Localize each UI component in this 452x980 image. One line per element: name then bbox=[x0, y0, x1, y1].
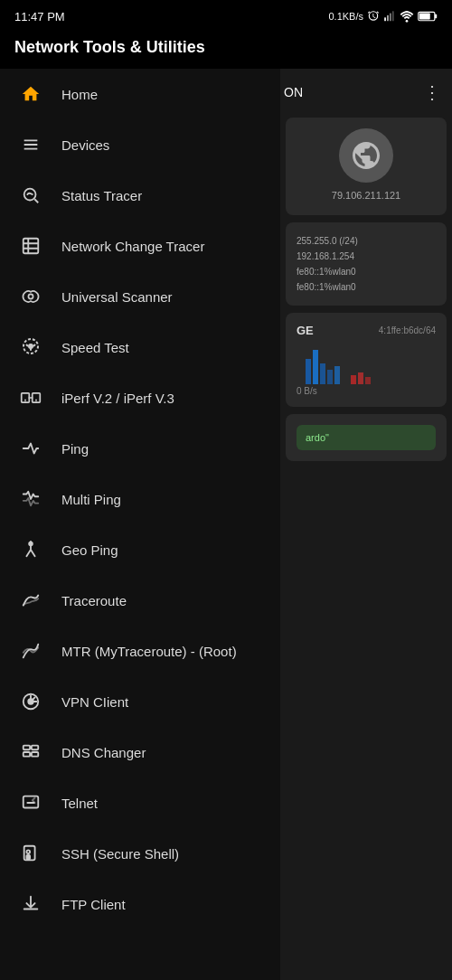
sidebar-label-speed-test: Speed Test bbox=[61, 340, 129, 355]
hostname-value: ardo" bbox=[306, 432, 329, 443]
svg-rect-19 bbox=[32, 752, 38, 757]
traceroute-icon bbox=[18, 588, 43, 613]
navigation-drawer: Home Devices Status Tracer bbox=[0, 69, 280, 980]
sidebar-item-ping[interactable]: Ping bbox=[0, 423, 280, 474]
ip-info-card: 79.106.211.121 bbox=[286, 118, 447, 215]
svg-rect-16 bbox=[24, 746, 30, 750]
sidebar-item-telnet[interactable]: Telnet bbox=[0, 777, 280, 828]
sidebar-label-geo-ping: Geo Ping bbox=[61, 542, 118, 558]
sidebar-item-network-change-tracer[interactable]: Network Change Tracer bbox=[0, 221, 280, 271]
subnet-mask: 255.255.0 (/24) bbox=[297, 233, 436, 249]
speed-chart bbox=[297, 341, 436, 386]
svg-rect-26 bbox=[320, 363, 325, 384]
network-speed: 0.1KB/s bbox=[328, 11, 363, 22]
sidebar-label-devices: Devices bbox=[61, 137, 109, 153]
sidebar-label-dns-changer: DNS Changer bbox=[61, 745, 146, 760]
sidebar-item-multi-ping[interactable]: Multi Ping bbox=[0, 474, 280, 524]
ssh-icon bbox=[18, 841, 43, 866]
more-options-button[interactable]: ⋮ bbox=[419, 78, 445, 107]
app-title: Network Tools & Utilities bbox=[14, 38, 205, 57]
svg-rect-0 bbox=[384, 17, 386, 21]
telnet-icon bbox=[18, 790, 43, 815]
status-time: 11:47 PM bbox=[14, 10, 65, 24]
sidebar-item-vpn-client[interactable]: VPN CIient bbox=[0, 676, 280, 727]
svg-rect-29 bbox=[351, 375, 356, 384]
ipv6-1: fe80::1%wlan0 bbox=[297, 264, 436, 279]
battery-icon bbox=[418, 11, 438, 22]
sidebar-label-iperf: iPerf V.2 / iPerf V.3 bbox=[61, 391, 174, 406]
connection-type-card: GE 4:1ffe:b6dc/64 0 B/s bbox=[286, 313, 447, 407]
content-header-label: ON bbox=[284, 85, 303, 99]
svg-point-4 bbox=[406, 20, 409, 23]
globe-icon bbox=[339, 128, 393, 183]
sidebar-label-network-change-tracer: Network Change Tracer bbox=[61, 239, 204, 254]
sidebar-item-ssh[interactable]: SSH (Secure Shell) bbox=[0, 828, 280, 879]
svg-rect-9 bbox=[24, 239, 39, 254]
devices-icon bbox=[18, 132, 43, 157]
svg-point-11 bbox=[29, 344, 33, 348]
sidebar-item-home[interactable]: Home bbox=[0, 69, 280, 119]
iperf-icon bbox=[18, 385, 43, 410]
svg-point-8 bbox=[24, 189, 36, 201]
ftp-client-icon bbox=[18, 891, 43, 917]
svg-rect-3 bbox=[392, 11, 394, 21]
speed-display: 0 B/s bbox=[297, 386, 436, 396]
ping-icon bbox=[18, 436, 43, 461]
sidebar-label-home: Home bbox=[61, 87, 98, 102]
home-icon bbox=[18, 81, 43, 107]
sidebar-label-status-tracer: Status Tracer bbox=[61, 188, 142, 203]
universal-scanner-icon bbox=[18, 284, 43, 309]
svg-point-14 bbox=[29, 542, 33, 546]
status-bar: 11:47 PM 0.1KB/s bbox=[0, 0, 452, 29]
multi-ping-icon bbox=[18, 486, 43, 512]
svg-point-23 bbox=[26, 850, 30, 853]
speed-chart-svg bbox=[297, 341, 414, 384]
sidebar-label-ping: Ping bbox=[61, 441, 89, 457]
sidebar-item-devices[interactable]: Devices bbox=[0, 119, 280, 170]
sidebar-label-ssh: SSH (Secure Shell) bbox=[61, 846, 179, 862]
sidebar-item-geo-ping[interactable]: Geo Ping bbox=[0, 524, 280, 575]
sidebar-item-mtr[interactable]: MTR (MyTraceroute) - (Root) bbox=[0, 626, 280, 676]
svg-rect-13 bbox=[33, 393, 41, 402]
ipv6-2: fe80::1%wlan0 bbox=[297, 279, 436, 295]
svg-rect-2 bbox=[390, 14, 391, 22]
sidebar-item-ftp-client[interactable]: FTP Client bbox=[0, 879, 280, 929]
ip-address: 79.106.211.121 bbox=[297, 188, 436, 204]
signal-icon bbox=[383, 10, 396, 23]
main-layout: Home Devices Status Tracer bbox=[0, 69, 452, 980]
sidebar-label-telnet: Telnet bbox=[61, 796, 98, 811]
ipv6-3: 4:1ffe:b6dc/64 bbox=[379, 325, 436, 335]
sidebar-label-vpn-client: VPN CIient bbox=[61, 694, 128, 710]
svg-rect-30 bbox=[358, 372, 363, 384]
sidebar-label-traceroute: Traceroute bbox=[61, 593, 127, 608]
sidebar-item-traceroute[interactable]: Traceroute bbox=[0, 575, 280, 626]
svg-rect-17 bbox=[24, 752, 30, 757]
svg-rect-25 bbox=[313, 350, 318, 384]
app-header: Network Tools & Utilities bbox=[0, 29, 452, 69]
sidebar-item-iperf[interactable]: iPerf V.2 / iPerf V.3 bbox=[0, 372, 280, 423]
svg-rect-6 bbox=[435, 14, 437, 19]
svg-rect-1 bbox=[387, 15, 389, 21]
sidebar-item-speed-test[interactable]: Speed Test bbox=[0, 322, 280, 372]
connection-type: GE bbox=[297, 324, 314, 337]
hostname-card: ardo" bbox=[286, 414, 447, 461]
status-icons: 0.1KB/s bbox=[328, 10, 438, 23]
svg-rect-28 bbox=[334, 366, 340, 384]
sidebar-label-multi-ping: Multi Ping bbox=[61, 492, 121, 507]
svg-rect-18 bbox=[32, 746, 38, 750]
svg-rect-22 bbox=[26, 855, 30, 860]
geo-ping-icon bbox=[18, 537, 43, 562]
svg-rect-31 bbox=[365, 377, 371, 384]
gateway: 192.168.1.254 bbox=[297, 249, 436, 264]
mtr-icon bbox=[18, 638, 43, 664]
speed-test-icon bbox=[18, 335, 43, 360]
svg-rect-24 bbox=[306, 359, 311, 384]
status-tracer-icon bbox=[18, 183, 43, 208]
sidebar-item-status-tracer[interactable]: Status Tracer bbox=[0, 170, 280, 221]
alarm-icon bbox=[367, 10, 380, 23]
sidebar-item-universal-scanner[interactable]: Universal Scanner bbox=[0, 271, 280, 322]
svg-rect-12 bbox=[22, 393, 30, 402]
sidebar-item-dns-changer[interactable]: DNS Changer bbox=[0, 727, 280, 777]
dns-changer-icon bbox=[18, 740, 43, 765]
sidebar-label-mtr: MTR (MyTraceroute) - (Root) bbox=[61, 644, 237, 659]
